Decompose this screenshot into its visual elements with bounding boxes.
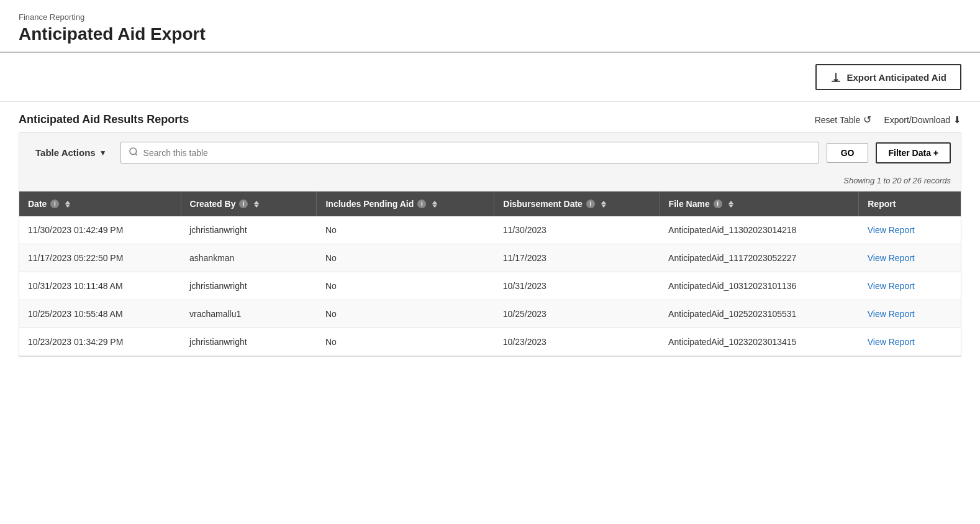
disb-info-icon: i <box>586 200 595 208</box>
col-includes-pending: Includes Pending Aid i <box>317 191 494 216</box>
filter-data-button[interactable]: Filter Data + <box>876 142 951 163</box>
created-info-icon: i <box>239 200 248 208</box>
cell-file-name: AnticipatedAid_11302023014218 <box>660 216 859 244</box>
export-download-button[interactable]: Export/Download ⬇ <box>884 114 961 126</box>
table-actions-bar: Table Actions ▼ GO Filter Data + <box>19 133 961 172</box>
cell-includes-pending: No <box>317 216 494 244</box>
cell-created-by: jchristianwright <box>181 272 317 300</box>
svg-point-1 <box>130 148 137 155</box>
cell-file-name: AnticipatedAid_11172023052227 <box>660 244 859 272</box>
cell-disbursement-date: 10/23/2023 <box>494 328 660 356</box>
search-icon <box>129 147 138 159</box>
search-input[interactable] <box>143 148 811 158</box>
reset-table-button[interactable]: Reset Table ↺ <box>815 114 872 126</box>
cell-includes-pending: No <box>317 272 494 300</box>
col-disbursement-date: Disbursement Date i <box>494 191 660 216</box>
filename-info-icon: i <box>714 200 722 208</box>
search-wrapper <box>120 142 819 163</box>
cell-disbursement-date: 11/17/2023 <box>494 244 660 272</box>
disb-sort-icon[interactable] <box>601 201 606 208</box>
cell-disbursement-date: 10/31/2023 <box>494 272 660 300</box>
cell-created-by: jchristianwright <box>181 216 317 244</box>
pending-info-icon: i <box>417 200 426 208</box>
table-header-row: Date i Created By i <box>19 191 961 216</box>
cell-date: 10/23/2023 01:34:29 PM <box>19 328 181 356</box>
cell-includes-pending: No <box>317 300 494 328</box>
cell-disbursement-date: 11/30/2023 <box>494 216 660 244</box>
table-row: 10/23/2023 01:34:29 PMjchristianwrightNo… <box>19 328 961 356</box>
date-info-icon: i <box>50 200 59 208</box>
filename-sort-icon[interactable] <box>728 201 733 208</box>
col-created-by: Created By i <box>181 191 317 216</box>
download-icon <box>830 71 842 83</box>
cell-date: 11/30/2023 01:42:49 PM <box>19 216 181 244</box>
section-header: Anticipated Aid Results Reports Reset Ta… <box>0 102 980 132</box>
view-report-link[interactable]: View Report <box>868 281 915 291</box>
cell-report: View Report <box>859 244 961 272</box>
view-report-link[interactable]: View Report <box>868 253 915 263</box>
pending-sort-icon[interactable] <box>432 201 437 208</box>
cell-includes-pending: No <box>317 244 494 272</box>
table-actions-dropdown-button[interactable]: Table Actions ▼ <box>29 144 113 162</box>
records-info: Showing 1 to 20 of 26 records <box>19 172 961 191</box>
export-anticipated-aid-button[interactable]: Export Anticipated Aid <box>815 64 961 90</box>
view-report-link[interactable]: View Report <box>868 337 915 347</box>
cell-disbursement-date: 10/25/2023 <box>494 300 660 328</box>
page-header: Finance Reporting Anticipated Aid Export <box>0 0 980 53</box>
export-dl-icon: ⬇ <box>953 114 961 126</box>
table-row: 10/31/2023 10:11:48 AMjchristianwrightNo… <box>19 272 961 300</box>
cell-created-by: vrachamallu1 <box>181 300 317 328</box>
col-report: Report <box>859 191 961 216</box>
cell-file-name: AnticipatedAid_10252023105531 <box>660 300 859 328</box>
section-title: Anticipated Aid Results Reports <box>19 113 189 126</box>
page-title: Anticipated Aid Export <box>19 24 961 44</box>
cell-date: 10/31/2023 10:11:48 AM <box>19 272 181 300</box>
chevron-down-icon: ▼ <box>99 149 107 157</box>
results-table: Date i Created By i <box>19 191 961 356</box>
cell-report: View Report <box>859 328 961 356</box>
cell-report: View Report <box>859 272 961 300</box>
cell-date: 10/25/2023 10:55:48 AM <box>19 300 181 328</box>
cell-report: View Report <box>859 216 961 244</box>
cell-file-name: AnticipatedAid_10232023013415 <box>660 328 859 356</box>
created-sort-icon[interactable] <box>254 201 259 208</box>
col-date: Date i <box>19 191 181 216</box>
svg-line-2 <box>135 154 137 155</box>
cell-date: 11/17/2023 05:22:50 PM <box>19 244 181 272</box>
cell-file-name: AnticipatedAid_10312023101136 <box>660 272 859 300</box>
table-row: 10/25/2023 10:55:48 AMvrachamallu1No10/2… <box>19 300 961 328</box>
section-actions: Reset Table ↺ Export/Download ⬇ <box>815 114 961 126</box>
table-row: 11/17/2023 05:22:50 PMashankmanNo11/17/2… <box>19 244 961 272</box>
cell-report: View Report <box>859 300 961 328</box>
col-file-name: File Name i <box>660 191 859 216</box>
cell-created-by: ashankman <box>181 244 317 272</box>
table-container: Table Actions ▼ GO Filter Data + Showing… <box>19 132 961 357</box>
table-row: 11/30/2023 01:42:49 PMjchristianwrightNo… <box>19 216 961 244</box>
cell-created-by: jchristianwright <box>181 328 317 356</box>
go-button[interactable]: GO <box>827 143 869 163</box>
reset-icon: ↺ <box>863 114 871 126</box>
toolbar: Export Anticipated Aid <box>0 53 980 102</box>
date-sort-icon[interactable] <box>65 201 70 208</box>
view-report-link[interactable]: View Report <box>868 225 915 235</box>
cell-includes-pending: No <box>317 328 494 356</box>
breadcrumb: Finance Reporting <box>19 12 961 22</box>
view-report-link[interactable]: View Report <box>868 309 915 319</box>
